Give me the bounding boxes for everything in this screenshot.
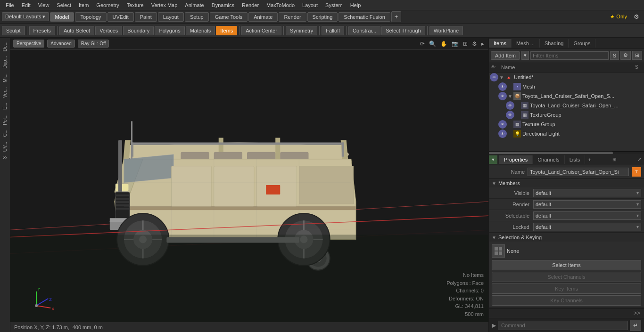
items-tree[interactable]: 👁 ▼ 🔺 Untitled* 👁 ▼ ▪ Mesh 👁 ▼ 📦 Toyota_… bbox=[489, 73, 644, 151]
props-tab-channels[interactable]: Channels bbox=[533, 155, 564, 164]
left-sidebar-c[interactable]: C... bbox=[1, 128, 8, 139]
left-sidebar-3[interactable]: 3 bbox=[1, 154, 8, 161]
layout-tab-paint[interactable]: Paint bbox=[135, 12, 157, 22]
vp-icon-pan[interactable]: ✋ bbox=[439, 40, 449, 48]
vertices-btn[interactable]: Vertices bbox=[95, 26, 122, 35]
menu-help[interactable]: Help bbox=[347, 1, 365, 9]
menu-system[interactable]: System bbox=[322, 1, 347, 9]
tree-vis-texturegroup[interactable]: 👁 bbox=[498, 120, 507, 129]
tree-item-texgrp-sub[interactable]: 👁 ▼ ▦ TextureGroup bbox=[489, 110, 644, 120]
props-tag-btn[interactable]: T bbox=[632, 167, 641, 177]
menu-texture[interactable]: Texture bbox=[123, 1, 148, 9]
prop-visible-select[interactable]: default ▾ bbox=[533, 189, 641, 197]
presets-btn[interactable]: Presets bbox=[29, 26, 55, 35]
prop-selectable-select[interactable]: default ▾ bbox=[533, 211, 641, 220]
menu-layout[interactable]: Layout bbox=[298, 1, 322, 9]
left-sidebar-mi[interactable]: Mi... bbox=[1, 72, 8, 84]
layout-tab-gametools[interactable]: Game Tools bbox=[210, 12, 248, 22]
left-sidebar-pol[interactable]: Pol... bbox=[1, 113, 8, 127]
menu-item[interactable]: Item bbox=[75, 1, 92, 9]
menu-select[interactable]: Select bbox=[53, 1, 75, 9]
select-through-btn[interactable]: Select Through bbox=[381, 26, 425, 35]
panel-tab-mesh[interactable]: Mesh ... bbox=[512, 39, 540, 48]
tree-item-light[interactable]: 👁 ▼ 💡 Directional Light bbox=[489, 129, 644, 138]
layout-tab-uvedit[interactable]: UVEdit bbox=[107, 12, 134, 22]
left-sidebar-uv[interactable]: UV... bbox=[1, 140, 8, 154]
tree-vis-toyota[interactable]: 👁 bbox=[498, 92, 507, 100]
panel-tab-items[interactable]: Items bbox=[489, 39, 512, 48]
action-center-btn[interactable]: Action Center bbox=[241, 26, 281, 35]
falloff-btn[interactable]: Falloff bbox=[322, 26, 344, 35]
props-collapse-btn[interactable]: ▼ bbox=[489, 155, 497, 164]
constraints-btn[interactable]: Constrai... bbox=[348, 26, 380, 35]
sculpt-btn[interactable]: Sculpt bbox=[2, 26, 25, 35]
tree-vis-untitled[interactable]: 👁 bbox=[490, 73, 498, 81]
items-s-btn[interactable]: S bbox=[610, 51, 619, 60]
layout-tab-animate[interactable]: Animate bbox=[248, 12, 278, 22]
vp-icon-settings[interactable]: ⚙ bbox=[471, 40, 479, 48]
vp-icon-more[interactable]: ▸ bbox=[480, 40, 486, 48]
left-sidebar-dup[interactable]: Dup... bbox=[1, 54, 8, 71]
tree-item-texturegroup[interactable]: 👁 ▼ ▦ Texture Group bbox=[489, 120, 644, 129]
props-fullscreen-btn[interactable]: ⤢ bbox=[635, 156, 644, 163]
props-tab-lists[interactable]: Lists bbox=[565, 155, 586, 164]
props-tab-add[interactable]: + bbox=[585, 155, 594, 164]
settings-btn[interactable]: ⚙ bbox=[631, 12, 642, 21]
boundary-btn[interactable]: Boundary bbox=[123, 26, 154, 35]
filter-items-input[interactable] bbox=[530, 51, 609, 60]
layout-tab-model[interactable]: Model bbox=[50, 12, 74, 22]
items-expand-icon[interactable]: ⊞ bbox=[632, 51, 642, 60]
left-sidebar-ver[interactable]: Ver... bbox=[1, 85, 8, 100]
key-items-btn[interactable]: Key Items bbox=[492, 283, 641, 294]
command-input[interactable] bbox=[498, 321, 628, 330]
layout-tab-setup[interactable]: Setup bbox=[185, 12, 209, 22]
menu-vertex-map[interactable]: Vertex Map bbox=[148, 1, 182, 9]
menu-geometry[interactable]: Geometry bbox=[92, 1, 123, 9]
select-items-btn[interactable]: Select Items bbox=[492, 260, 641, 270]
perspective-btn[interactable]: Perspective bbox=[13, 40, 44, 48]
menu-edit[interactable]: Edit bbox=[18, 1, 34, 9]
tree-vis-light[interactable]: 👁 bbox=[498, 130, 507, 138]
vp-icon-rotate[interactable]: ⟳ bbox=[419, 40, 426, 48]
tree-vis-texgrp-sub[interactable]: 👁 bbox=[506, 111, 514, 119]
panel-tab-groups[interactable]: Groups bbox=[569, 39, 595, 48]
props-name-input[interactable] bbox=[528, 168, 629, 176]
symmetry-btn[interactable]: Symmetry bbox=[286, 26, 318, 35]
members-header[interactable]: ▼ Members bbox=[489, 179, 644, 187]
layout-plus-btn[interactable]: + bbox=[391, 11, 402, 22]
prop-locked-select[interactable]: default ▾ bbox=[533, 223, 641, 231]
prop-render-select[interactable]: default ▾ bbox=[533, 200, 641, 209]
tree-vis-mesh[interactable]: 👁 bbox=[498, 82, 507, 91]
panel-tab-shading[interactable]: Shading bbox=[540, 39, 569, 48]
star-badge[interactable]: ★ Only bbox=[607, 13, 630, 21]
cmd-enter-btn[interactable]: ↵ bbox=[630, 320, 641, 331]
menu-dynamics[interactable]: Dynamics bbox=[208, 1, 238, 9]
layout-tab-schematic[interactable]: Schematic Fusion bbox=[339, 12, 390, 22]
menu-animate[interactable]: Animate bbox=[181, 1, 207, 9]
items-btn[interactable]: Items bbox=[216, 26, 237, 35]
menu-view[interactable]: View bbox=[34, 1, 53, 9]
props-tab-properties[interactable]: Properties bbox=[499, 155, 533, 164]
add-item-arrow[interactable]: ▾ bbox=[521, 51, 529, 60]
vp-icon-zoom[interactable]: 🔍 bbox=[428, 40, 438, 48]
polygons-btn[interactable]: Polygons bbox=[155, 26, 184, 35]
expand-btn[interactable]: >> bbox=[632, 309, 642, 317]
items-settings-icon[interactable]: ⚙ bbox=[620, 51, 631, 60]
layout-tab-scripting[interactable]: Scripting bbox=[307, 12, 338, 22]
workplane-btn[interactable]: WorkPlane bbox=[429, 26, 463, 35]
vp-icon-camera[interactable]: 📷 bbox=[450, 40, 460, 48]
left-sidebar-e[interactable]: E... bbox=[1, 101, 8, 112]
cmd-arrow[interactable]: ▶ bbox=[492, 322, 496, 329]
ray-gl-btn[interactable]: Ray GL: Off bbox=[78, 40, 109, 48]
layout-tab-render[interactable]: Render bbox=[279, 12, 306, 22]
layout-tab-topology[interactable]: Topology bbox=[75, 12, 106, 22]
select-channels-btn[interactable]: Select Channels bbox=[492, 272, 641, 282]
auto-select-btn[interactable]: Auto Select bbox=[59, 26, 94, 35]
tree-item-mesh[interactable]: 👁 ▼ ▪ Mesh bbox=[489, 82, 644, 91]
advanced-btn[interactable]: Advanced bbox=[47, 40, 74, 48]
tree-item-toyota-sub1[interactable]: 👁 ▼ ▦ Toyota_Land_Cruiser_Safari_Open_..… bbox=[489, 101, 644, 110]
layout-dropdown[interactable]: Default Layouts ▾ bbox=[2, 12, 49, 21]
sel-none-icon[interactable] bbox=[492, 244, 505, 258]
viewport-area[interactable]: Perspective Advanced Ray GL: Off ⟳ 🔍 ✋ 📷… bbox=[10, 38, 488, 332]
menu-render[interactable]: Render bbox=[238, 1, 263, 9]
